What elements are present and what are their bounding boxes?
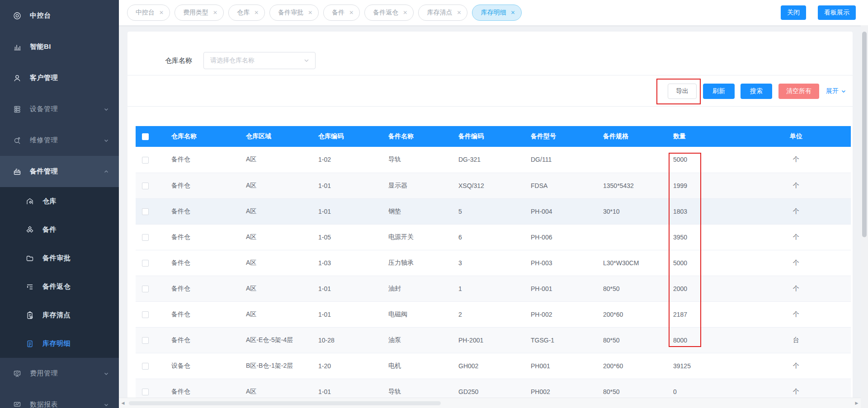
row-checkbox[interactable] [142, 157, 149, 164]
scroll-right-arrow-icon[interactable]: ▶ [853, 398, 861, 408]
row-checkbox[interactable] [142, 183, 149, 189]
col-part-spec: 备件规格 [597, 126, 667, 147]
document-icon [25, 339, 34, 348]
vertical-scrollbar-handle[interactable] [862, 32, 867, 237]
folder-icon [25, 254, 34, 263]
chevron-down-icon [104, 107, 109, 112]
sidebar-item-device-mgmt[interactable]: 设备管理 [0, 94, 119, 125]
tab-stock-count[interactable]: 库存清点✕ [418, 5, 467, 21]
col-unit: 单位 [741, 126, 851, 147]
toolbox-icon [13, 167, 22, 176]
sidebar: 中控台 智能BI 客户管理 设备管理 维修 [0, 0, 119, 408]
close-icon[interactable]: ✕ [403, 10, 407, 15]
close-icon[interactable]: ✕ [510, 10, 515, 15]
chevron-down-icon [104, 371, 109, 376]
sidebar-item-spare-parts[interactable]: 备件 [0, 216, 119, 244]
inventory-table: 仓库名称 仓库区域 仓库编码 备件名称 备件编码 备件型号 备件规格 数量 单位 [136, 126, 851, 405]
customer-icon [13, 74, 22, 83]
sidebar-item-repair-mgmt[interactable]: 维修管理 [0, 125, 119, 156]
table-row[interactable]: 备件仓A区1-02导轨DG-321DG/1115000个 [136, 147, 851, 173]
main-content: 仓库名称 请选择仓库名称 导出 刷新 搜索 清空所有 展开 [119, 25, 868, 408]
tab-bar: 中控台✕ 费用类型✕ 仓库✕ 备件审批✕ 备件✕ 备件返仓✕ 库存清点✕ 库存明… [119, 0, 868, 25]
chevron-down-icon [104, 138, 109, 143]
tab-parts-approval[interactable]: 备件审批✕ [269, 5, 319, 21]
table-row[interactable]: 备件仓A区1-01钢垫5PH-00430*101803个 [136, 198, 851, 224]
refresh-button[interactable]: 刷新 [703, 84, 735, 99]
row-checkbox[interactable] [142, 208, 149, 215]
sidebar-item-console[interactable]: 中控台 [0, 0, 119, 31]
close-icon[interactable]: ✕ [308, 10, 312, 15]
table-row[interactable]: 备件仓A区1-05电源开关6PH-0063950个 [136, 224, 851, 250]
row-checkbox[interactable] [142, 389, 149, 395]
sidebar-item-data-report[interactable]: 数据报表 [0, 389, 119, 408]
row-checkbox[interactable] [142, 337, 149, 344]
console-icon [13, 11, 22, 20]
horizontal-scrollbar-handle[interactable] [129, 401, 441, 405]
close-icon[interactable]: ✕ [349, 10, 354, 15]
row-checkbox[interactable] [142, 234, 149, 241]
clipboard-check-icon [25, 311, 34, 320]
sidebar-item-stock-detail[interactable]: 库存明细 [0, 329, 119, 358]
chevron-down-icon [303, 57, 310, 64]
row-checkbox[interactable] [142, 260, 149, 267]
tab-warehouse[interactable]: 仓库✕ [228, 5, 265, 21]
sidebar-item-spare-parts-mgmt[interactable]: 备件管理 [0, 156, 119, 187]
warehouse-icon [25, 197, 34, 206]
close-icon[interactable]: ✕ [213, 10, 217, 15]
col-part-code: 备件编码 [452, 126, 524, 147]
sidebar-item-stock-count[interactable]: 库存清点 [0, 301, 119, 329]
table-header-row: 仓库名称 仓库区域 仓库编码 备件名称 备件编码 备件型号 备件规格 数量 单位 [136, 126, 851, 147]
table-row[interactable]: 备件仓A区1-01电磁阀2PH-002200*602187个 [136, 301, 851, 327]
close-button[interactable]: 关闭 [781, 5, 806, 20]
row-checkbox[interactable] [142, 311, 149, 318]
board-display-button[interactable]: 看板展示 [818, 5, 856, 20]
divider [127, 75, 853, 75]
close-icon[interactable]: ✕ [457, 10, 461, 15]
close-icon[interactable]: ✕ [254, 10, 259, 15]
warehouse-name-label: 仓库名称 [165, 52, 192, 69]
table-row[interactable]: 备件仓A区1-01显示器XSQ/312FDSA1350*54321999个 [136, 173, 851, 198]
col-part-name: 备件名称 [382, 126, 452, 147]
close-icon[interactable]: ✕ [159, 10, 164, 15]
chevron-up-icon [104, 169, 109, 174]
chevron-down-icon [841, 89, 846, 94]
cubes-icon [25, 225, 34, 234]
table-row[interactable]: 备件仓A区1-01油封1PH-00180*502000个 [136, 276, 851, 301]
search-button[interactable]: 搜索 [741, 84, 772, 99]
expand-toggle[interactable]: 展开 [826, 84, 846, 99]
col-warehouse-name: 仓库名称 [165, 126, 240, 147]
presentation-board-icon [13, 369, 22, 378]
tab-spare-parts[interactable]: 备件✕ [323, 5, 360, 21]
horizontal-scrollbar[interactable]: ◀ ▶ [119, 398, 861, 408]
table-row[interactable]: 备件仓A区-E仓-5架-4层10-28油泵PH-2001TGSG-180*508… [136, 327, 851, 353]
divider [127, 106, 853, 107]
indent-arrow-icon [25, 282, 34, 291]
vertical-scrollbar[interactable] [861, 25, 868, 408]
sidebar-item-parts-approval[interactable]: 备件审批 [0, 244, 119, 272]
tab-console[interactable]: 中控台✕ [127, 5, 170, 21]
tab-stock-detail[interactable]: 库存明细✕ [472, 5, 521, 21]
row-checkbox[interactable] [142, 286, 149, 292]
sidebar-submenu: 仓库 备件 备件审批 备件返仓 [0, 187, 119, 358]
col-part-model: 备件型号 [524, 126, 597, 147]
sidebar-item-customer-mgmt[interactable]: 客户管理 [0, 62, 119, 94]
table-row[interactable]: 备件仓A区1-03压力轴承3PH-003L30*W30CM5000个 [136, 250, 851, 276]
bi-chart-icon [13, 42, 22, 52]
device-icon [13, 105, 22, 114]
sidebar-item-smart-bi[interactable]: 智能BI [0, 31, 119, 62]
sidebar-item-expense-mgmt[interactable]: 费用管理 [0, 358, 119, 389]
tab-expense-type[interactable]: 费用类型✕ [175, 5, 224, 21]
scroll-left-arrow-icon[interactable]: ◀ [119, 398, 127, 408]
table-row[interactable]: 设备仓B区-B仓-1架-2层1-20电机GH002PH001200*603912… [136, 353, 851, 379]
sidebar-item-parts-return[interactable]: 备件返仓 [0, 272, 119, 301]
content-card: 仓库名称 请选择仓库名称 导出 刷新 搜索 清空所有 展开 [127, 32, 853, 408]
tab-parts-return[interactable]: 备件返仓✕ [364, 5, 414, 21]
select-all-checkbox[interactable] [142, 133, 149, 140]
clear-all-button[interactable]: 清空所有 [778, 84, 819, 99]
chevron-down-icon [104, 402, 109, 408]
col-warehouse-code: 仓库编码 [312, 126, 382, 147]
row-checkbox[interactable] [142, 363, 149, 370]
warehouse-name-select[interactable]: 请选择仓库名称 [203, 52, 316, 69]
sidebar-item-warehouse[interactable]: 仓库 [0, 187, 119, 216]
export-button[interactable]: 导出 [668, 84, 697, 99]
